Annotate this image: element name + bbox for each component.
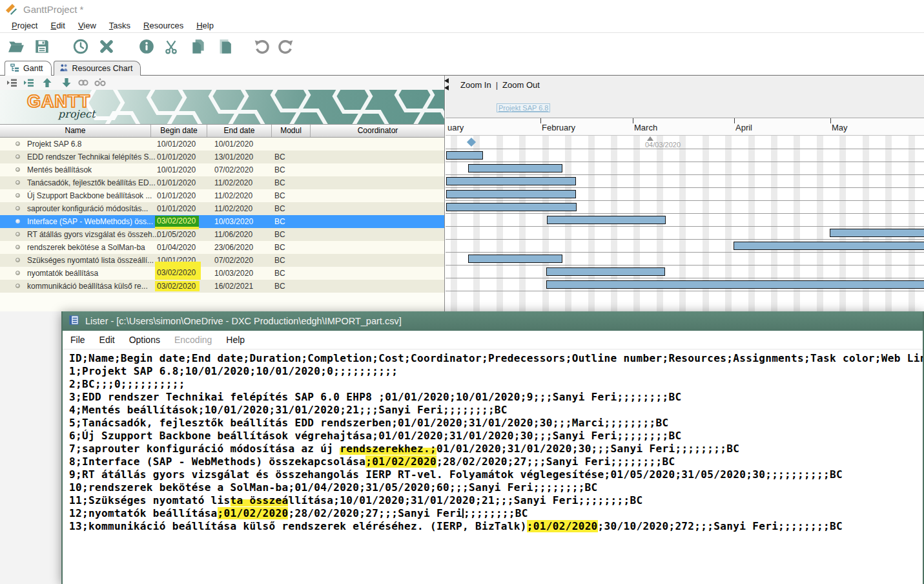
task-bullet-icon bbox=[15, 271, 20, 275]
task-end-date: 11/02/2020 bbox=[214, 176, 252, 189]
redo-icon[interactable] bbox=[278, 38, 294, 55]
lister-title: Lister - [c:\Users\simon\OneDrive - DXC … bbox=[85, 316, 402, 326]
month-tick bbox=[734, 118, 735, 123]
unlink-icon[interactable] bbox=[94, 77, 106, 89]
move-down-icon[interactable] bbox=[61, 77, 72, 89]
task-name: Mentés beállítások bbox=[27, 163, 92, 176]
table-row[interactable]: nyomtatók beállítása03/02/202010/03/2020… bbox=[0, 267, 444, 280]
task-modul: BC bbox=[274, 241, 285, 254]
clock-icon[interactable] bbox=[72, 38, 89, 55]
gantt-task-bar[interactable] bbox=[446, 190, 576, 198]
copy-icon[interactable] bbox=[190, 38, 207, 55]
task-end-date: 10/03/2020 bbox=[214, 267, 253, 280]
csv-text: 6;Új Szupport Backbone beállítások végre… bbox=[69, 430, 681, 442]
lister-content[interactable]: ID;Name;Begin date;End date;Duration;Com… bbox=[63, 349, 923, 584]
month-label: April bbox=[735, 123, 752, 132]
lister-menu-item-options[interactable]: Options bbox=[129, 335, 160, 345]
gantt-task-bar[interactable] bbox=[547, 216, 666, 224]
cut-icon[interactable] bbox=[163, 38, 180, 55]
chart-body[interactable]: 04/03/2020 bbox=[446, 136, 924, 311]
gantt-task-bar[interactable] bbox=[446, 203, 577, 211]
menu-item-project[interactable]: Project bbox=[5, 21, 44, 30]
move-up-icon[interactable] bbox=[41, 77, 53, 89]
csv-text: 10;rendszerek bekötése a SolMan-ba;01/04… bbox=[69, 481, 598, 494]
task-name: Projekt SAP 6.8 bbox=[27, 138, 82, 151]
csv-text: 4;Mentés beállítások;10/01/2020;31/01/20… bbox=[69, 404, 508, 416]
table-row[interactable]: rendszerek bekötése a SolMan-ba01/04/202… bbox=[0, 241, 444, 254]
open-folder-icon[interactable] bbox=[8, 38, 25, 55]
lister-titlebar[interactable]: Lister - [c:\Users\simon\OneDrive - DXC … bbox=[63, 311, 923, 331]
indent-icon[interactable] bbox=[23, 77, 35, 89]
delete-icon[interactable] bbox=[98, 38, 115, 55]
gantt-task-bar[interactable] bbox=[734, 242, 924, 250]
table-row[interactable]: Szükséges nyomtató lista összeállí...10/… bbox=[0, 254, 444, 267]
gantt-task-bar[interactable] bbox=[468, 255, 562, 263]
csv-line: 10;rendszerek bekötése a SolMan-ba;01/04… bbox=[69, 481, 923, 494]
menu-item-edit[interactable]: Edit bbox=[44, 21, 71, 30]
csv-text: 12;nyomtatók beállítása bbox=[69, 507, 218, 519]
csv-text: 3;EDD rendszer Technikai felépítés SAP 6… bbox=[69, 391, 681, 403]
menu-item-view[interactable]: View bbox=[72, 21, 103, 30]
gantt-task-bar[interactable] bbox=[546, 280, 924, 289]
ganttproject-window: GanttProject * ProjectEditViewTasksResou… bbox=[0, 0, 924, 584]
unindent-icon[interactable] bbox=[6, 77, 18, 89]
properties-icon[interactable] bbox=[138, 38, 155, 55]
tab-gantt-label: Gantt bbox=[23, 64, 43, 73]
task-table-panel: GANTT project NameBegin dateEnd dateModu… bbox=[0, 76, 445, 311]
tab-resources-chart[interactable]: Resources Chart bbox=[54, 61, 141, 76]
table-row[interactable]: Projekt SAP 6.810/01/202010/01/2020 bbox=[0, 138, 444, 151]
highlighted-text: ;01/02/2020 bbox=[527, 520, 598, 532]
task-end-date: 16/02/2021 bbox=[214, 280, 253, 293]
table-row[interactable]: Mentés beállítások10/01/202007/02/2020BC bbox=[0, 163, 444, 176]
table-row[interactable]: kommunikáció beállítása külső re...03/02… bbox=[0, 280, 444, 293]
zoom-out-link[interactable]: Zoom Out bbox=[502, 80, 540, 90]
project-task-label[interactable]: Projekt SAP 6.8 bbox=[497, 103, 550, 112]
menu-item-tasks[interactable]: Tasks bbox=[103, 21, 137, 30]
csv-text: llítása;10/01/2020;31/01/2020;21;;;Sanyi… bbox=[288, 494, 642, 506]
table-row[interactable]: saprouter konfiguráció módosítás...01/01… bbox=[0, 202, 444, 215]
table-row[interactable]: RT átállás gyors vizsgálat és összeh...0… bbox=[0, 228, 444, 241]
paste-icon[interactable] bbox=[216, 38, 232, 55]
table-row[interactable]: Interface (SAP - WebMethods) öss...03/02… bbox=[0, 215, 444, 228]
task-modul: BC bbox=[274, 202, 285, 215]
gantt-task-bar[interactable] bbox=[546, 267, 665, 276]
row-gridline bbox=[446, 252, 924, 253]
column-header-begin-date[interactable]: Begin date bbox=[150, 125, 207, 137]
column-header-modul[interactable]: Modul bbox=[271, 125, 310, 137]
undo-icon[interactable] bbox=[253, 38, 270, 55]
task-name: RT átállás gyors vizsgálat és összeh... bbox=[27, 228, 159, 241]
lister-menu-item-edit[interactable]: Edit bbox=[99, 335, 115, 345]
task-name: saprouter konfiguráció módosítás... bbox=[27, 202, 148, 215]
gantt-task-bar[interactable] bbox=[446, 151, 483, 160]
lister-menu-item-encoding: Encoding bbox=[174, 335, 212, 345]
table-rows: Projekt SAP 6.810/01/202010/01/2020EDD r… bbox=[0, 138, 444, 293]
lister-menu-item-file[interactable]: File bbox=[70, 335, 85, 345]
row-gridline bbox=[446, 226, 924, 227]
column-header-coordinator[interactable]: Coordinator bbox=[310, 125, 445, 137]
link-icon[interactable] bbox=[77, 77, 89, 89]
task-modul: BC bbox=[274, 189, 285, 202]
zoom-in-link[interactable]: Zoom In bbox=[460, 80, 491, 90]
table-row[interactable]: Tanácsadók, fejlesztők beállítás ED...01… bbox=[0, 176, 444, 189]
gantt-task-bar[interactable] bbox=[446, 177, 576, 185]
gantt-task-bar[interactable] bbox=[468, 164, 562, 172]
table-row[interactable]: Új Szupport Backbone beállítások ...01/0… bbox=[0, 189, 444, 202]
tab-gantt[interactable]: Gantt bbox=[5, 61, 52, 76]
menu-item-help[interactable]: Help bbox=[190, 21, 220, 30]
gantt-task-bar[interactable] bbox=[830, 229, 924, 237]
gantt-chart-panel: Zoom In|Zoom Out Projekt SAP 6.8 uaryFeb… bbox=[446, 76, 924, 311]
titlebar[interactable]: GanttProject * bbox=[0, 0, 924, 18]
table-row[interactable]: EDD rendszer Technikai felépítés S...01/… bbox=[0, 151, 444, 163]
csv-line: 12;nyomtatók beállítása;01/02/2020;28/02… bbox=[69, 507, 923, 520]
lister-menu-item-help[interactable]: Help bbox=[226, 335, 245, 345]
menu-item-resources[interactable]: Resources bbox=[137, 21, 190, 30]
column-header-end-date[interactable]: End date bbox=[207, 125, 271, 137]
column-header-name[interactable]: Name bbox=[0, 125, 150, 137]
csv-line: 3;EDD rendszer Technikai felépítés SAP 6… bbox=[69, 391, 923, 404]
panel-splitter[interactable] bbox=[444, 78, 449, 92]
save-icon[interactable] bbox=[34, 38, 50, 55]
month-tick bbox=[830, 118, 831, 123]
row-gridline bbox=[446, 200, 924, 201]
task-modul: BC bbox=[274, 176, 285, 189]
task-begin-date: 01/01/2020 bbox=[157, 176, 196, 189]
